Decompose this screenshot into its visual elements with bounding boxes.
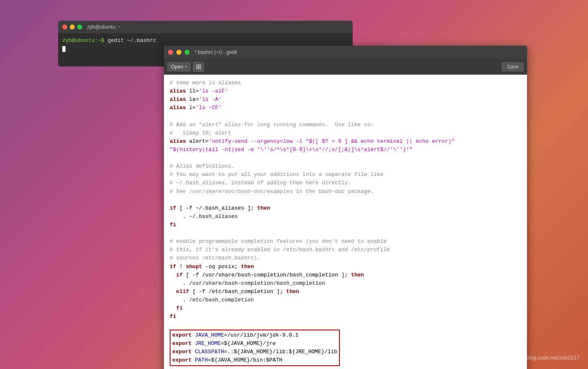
open-dropdown-arrow: ▾ [185, 64, 187, 69]
toolbar-left: Open ▾ ⊞ [167, 62, 204, 72]
code-line-18: # sources /etc/bash.bashrc). [170, 254, 521, 262]
blank-1 [170, 112, 521, 121]
terminal-title: zyb@ubuntu: ~ [87, 24, 121, 30]
code-line-5: # Add an "alert" alias for long running … [170, 121, 521, 129]
code-line-7: alias alert='notify-send --urgency=low -… [170, 137, 521, 146]
code-line-14: . ~/.bash_aliases [170, 213, 521, 221]
code-line-1: # some more ls aliases [170, 79, 521, 87]
terminal-maximize-button[interactable] [77, 24, 82, 29]
terminal-cursor [62, 46, 66, 52]
code-line-4: alias l='ls -CF' [170, 104, 521, 112]
save-button[interactable]: Save [502, 62, 524, 71]
code-line-export-4: export PATH=${JAVA_HOME}/bin:$PATH [172, 356, 337, 364]
gedit-minimize-button[interactable] [176, 50, 181, 55]
code-line-10: # You may want to put all your additions… [170, 171, 521, 179]
terminal-minimize-button[interactable] [70, 24, 75, 29]
code-line-20: if [ -f /usr/share/bash-completion/bash_… [170, 271, 521, 279]
code-line-6: # sleep 10; alert [170, 129, 521, 137]
gedit-close-button[interactable] [168, 50, 173, 55]
code-line-11: # ~/.bash_aliases, instead of adding the… [170, 179, 521, 187]
code-line-24: fi [170, 304, 521, 313]
export-section: export JAVA_HOME=/usr/lib/jvm/jdk-9.0.1 … [170, 330, 521, 367]
code-line-export-2: export JRE_HOME=${JAVA_HOME}/jre [172, 340, 337, 348]
terminal-prompt: zyb@ubuntu:~$ [62, 37, 104, 44]
gedit-window: *.bashrc (~/) - gedit Open ▾ ⊞ Save # so… [164, 46, 527, 369]
code-line-8: "$(history|tail -n1|sed -e '\''s/^\s*[0-… [170, 146, 521, 154]
gedit-maximize-button[interactable] [185, 50, 190, 55]
code-line-19: if ! shopt -oq posix; then [170, 263, 521, 271]
code-line-3: alias la='ls -A' [170, 95, 521, 104]
code-line-17: # this, if it's already enabled in /etc/… [170, 246, 521, 254]
code-line-23: . /etc/bash_completion [170, 296, 521, 304]
terminal-cmd: gedit ~/.bashrc [104, 37, 156, 44]
blank-4 [170, 229, 521, 237]
code-line-export-3: export CLASSPATH=.:${JAVA_HOME}/lib:${JR… [172, 348, 337, 356]
code-line-2: alias ll='ls -alF' [170, 87, 521, 95]
code-line-export-1: export JAVA_HOME=/usr/lib/jvm/jdk-9.0.1 [172, 331, 337, 340]
terminal-line: zyb@ubuntu:~$ gedit ~/.bashrc [62, 37, 349, 45]
gedit-title: *.bashrc (~/) - gedit [195, 49, 237, 55]
new-tab-button[interactable]: ⊞ [193, 62, 204, 72]
gedit-titlebar: *.bashrc (~/) - gedit [164, 46, 527, 59]
open-button[interactable]: Open ▾ [167, 62, 190, 71]
terminal-titlebar: zyb@ubuntu: ~ [58, 21, 353, 33]
blank-3 [170, 196, 521, 204]
new-tab-icon: ⊞ [196, 63, 201, 71]
terminal-close-button[interactable] [62, 24, 67, 29]
code-line-13: if [ -f ~/.bash_aliases ]; then [170, 204, 521, 213]
code-container: # some more ls aliases alias ll='ls -alF… [170, 79, 521, 366]
code-line-21: . /usr/share/bash-completion/bash_comple… [170, 279, 521, 288]
gedit-toolbar: Open ▾ ⊞ Save [164, 59, 527, 75]
code-line-25: fi [170, 313, 521, 321]
code-line-15: fi [170, 221, 521, 229]
blank-5 [170, 321, 521, 330]
code-line-22: elif [ -f /etc/bash_completion ]; then [170, 288, 521, 296]
code-line-16: # enable programmable completion feature… [170, 237, 521, 246]
blank-2 [170, 154, 521, 162]
export-highlight-box: export JAVA_HOME=/usr/lib/jvm/jdk-9.0.1 … [170, 330, 340, 367]
code-line-9: # Alias definitions. [170, 162, 521, 171]
code-line-12: # See /usr/share/doc/bash-doc/examples i… [170, 188, 521, 196]
gedit-content[interactable]: # some more ls aliases alias ll='ls -alF… [164, 75, 527, 369]
